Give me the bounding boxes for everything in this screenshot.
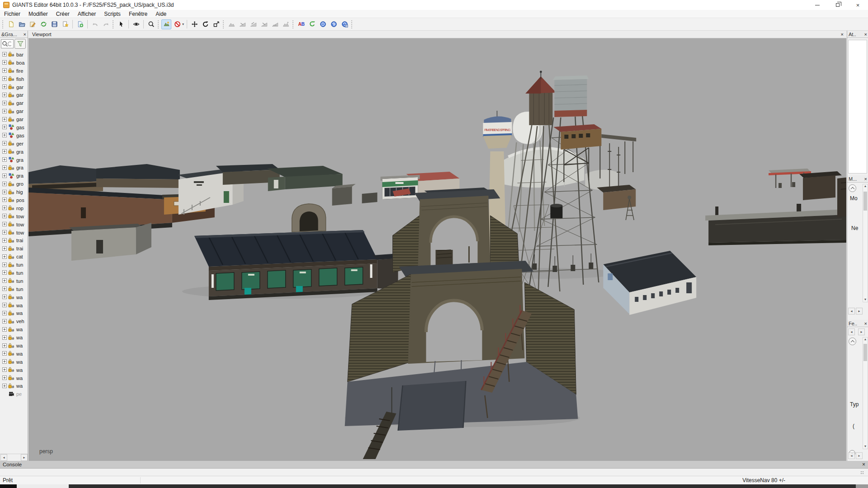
scenegraph-item[interactable]: gra (0, 172, 28, 180)
dropdown-caret-icon[interactable]: ▾ (182, 22, 184, 26)
scenegraph-item[interactable]: gar (0, 83, 28, 91)
edit-scene-icon[interactable] (28, 19, 38, 29)
expander-toggle[interactable] (2, 109, 7, 114)
reload-file-icon[interactable] (38, 19, 48, 29)
scroll-down-arrow-2[interactable]: ▾ (863, 445, 868, 448)
collapse-up-button[interactable] (849, 184, 856, 192)
expander-toggle[interactable] (2, 222, 7, 227)
scenegraph-item[interactable]: tun (0, 269, 28, 277)
scenegraph-hscrollbar[interactable]: ◂ ▸ (0, 454, 28, 461)
scenegraph-item[interactable]: tow (0, 212, 28, 221)
expander-toggle[interactable] (2, 319, 7, 324)
expander-toggle[interactable] (2, 190, 7, 195)
expander-toggle[interactable] (2, 157, 7, 162)
expander-toggle[interactable] (2, 93, 7, 98)
menu-item-fichier[interactable]: Fichier (0, 10, 24, 18)
expander-toggle[interactable] (2, 246, 7, 251)
hscroll-right-button[interactable]: ▸ (856, 308, 863, 314)
scenegraph-item[interactable]: gar (0, 91, 28, 99)
scenegraph-item[interactable]: gro (0, 180, 28, 188)
scenegraph-item[interactable]: bar (0, 51, 28, 59)
scroll-up-arrow-2[interactable]: ▴ (863, 338, 868, 341)
refresh-scripts-icon[interactable] (307, 19, 317, 29)
console-close-button[interactable]: × (862, 461, 865, 468)
bottom-panel-close-button[interactable]: × (864, 320, 867, 327)
viewport-3d-scene[interactable]: RIVERBEND SPRING (28, 38, 846, 461)
expander-toggle[interactable] (2, 125, 7, 130)
scenegraph-item[interactable]: wa (0, 358, 28, 366)
save-icon[interactable] (49, 19, 59, 29)
scenegraph-item[interactable]: fire (0, 67, 28, 75)
expander-toggle[interactable] (2, 133, 7, 138)
scenegraph-item[interactable]: tow (0, 221, 28, 229)
menu-item-crer[interactable]: Créer (52, 10, 74, 18)
scenegraph-item[interactable]: gas (0, 131, 28, 140)
expander-toggle[interactable] (2, 295, 7, 300)
hscroll-right-button-2[interactable]: ▸ (856, 452, 863, 459)
new-file-icon[interactable] (6, 19, 16, 29)
menu-item-modifier[interactable]: Modifier (24, 10, 52, 18)
visibility-tool-icon[interactable] (131, 19, 141, 29)
scenegraph-item[interactable]: boa (0, 59, 28, 67)
scenegraph-item[interactable]: tun (0, 261, 28, 269)
restore-button[interactable] (827, 0, 848, 10)
expander-toggle[interactable] (2, 311, 7, 316)
scroll-down-arrow[interactable]: ▾ (863, 298, 868, 301)
expander-toggle[interactable] (2, 149, 7, 154)
scenegraph-item[interactable]: gra (0, 164, 28, 172)
scenegraph-item[interactable]: wa (0, 382, 28, 390)
scenegraph-item[interactable]: ger (0, 140, 28, 148)
expander-toggle[interactable] (2, 174, 7, 178)
scenegraph-item[interactable]: gas (0, 123, 28, 131)
translate-tool-icon[interactable] (189, 19, 199, 29)
expander-toggle[interactable] (2, 214, 7, 219)
open-file-icon[interactable] (17, 19, 27, 29)
page-right-button[interactable]: ▸ (858, 328, 865, 335)
scenegraph-item[interactable]: wa (0, 310, 28, 318)
scenegraph-item[interactable]: gar (0, 99, 28, 107)
expander-toggle[interactable] (2, 375, 7, 380)
expander-toggle[interactable] (2, 343, 7, 348)
expander-toggle[interactable] (2, 335, 7, 340)
resize-grip-icon[interactable] (860, 471, 864, 474)
scenegraph-item[interactable]: wa (0, 350, 28, 358)
scenegraph-search-input[interactable] (1, 39, 14, 48)
scenegraph-item[interactable]: gra (0, 156, 28, 164)
hscroll-left-button[interactable]: ◂ (848, 308, 855, 314)
expander-toggle[interactable] (2, 278, 7, 283)
close-button[interactable]: × (848, 0, 868, 10)
expander-toggle[interactable] (2, 367, 7, 372)
import-icon[interactable] (60, 19, 70, 29)
scenegraph-item[interactable]: trai (0, 236, 28, 244)
expander-toggle[interactable] (2, 230, 7, 235)
viewport-close-button[interactable]: × (841, 32, 844, 37)
scale-tool-icon[interactable] (211, 19, 221, 29)
expander-toggle[interactable] (2, 384, 7, 389)
scenegraph-item[interactable]: wa (0, 374, 28, 382)
expander-toggle[interactable] (2, 101, 7, 106)
expander-toggle[interactable] (2, 359, 7, 364)
expander-toggle[interactable] (2, 52, 7, 57)
scroll-thumb[interactable] (863, 192, 867, 211)
scenegraph-item[interactable]: gar (0, 107, 28, 115)
console-output[interactable] (0, 469, 868, 476)
scenegraph-item[interactable]: tun (0, 285, 28, 293)
scenegraph-item[interactable]: hig (0, 188, 28, 196)
expander-toggle[interactable] (2, 68, 7, 73)
minimize-button[interactable] (807, 0, 827, 10)
menu-item-fentre[interactable]: Fenêtre (125, 10, 151, 18)
expander-toggle[interactable] (2, 327, 7, 332)
collapse-up-button-2[interactable] (849, 338, 856, 345)
scenegraph-item[interactable]: wa (0, 325, 28, 333)
scenegraph-item[interactable]: tow (0, 229, 28, 237)
scenegraph-item[interactable]: veh (0, 317, 28, 325)
scenegraph-item[interactable]: wa (0, 293, 28, 301)
scenegraph-item[interactable]: wa (0, 366, 28, 374)
scenegraph-item[interactable]: gra (0, 148, 28, 156)
expander-toggle[interactable] (2, 76, 7, 81)
expander-toggle[interactable] (2, 206, 7, 211)
materials-close-button[interactable]: × (864, 176, 867, 182)
zoom-tool-icon[interactable] (146, 19, 156, 29)
expander-toggle[interactable] (2, 165, 7, 170)
scenegraph-item[interactable]: trai (0, 244, 28, 253)
